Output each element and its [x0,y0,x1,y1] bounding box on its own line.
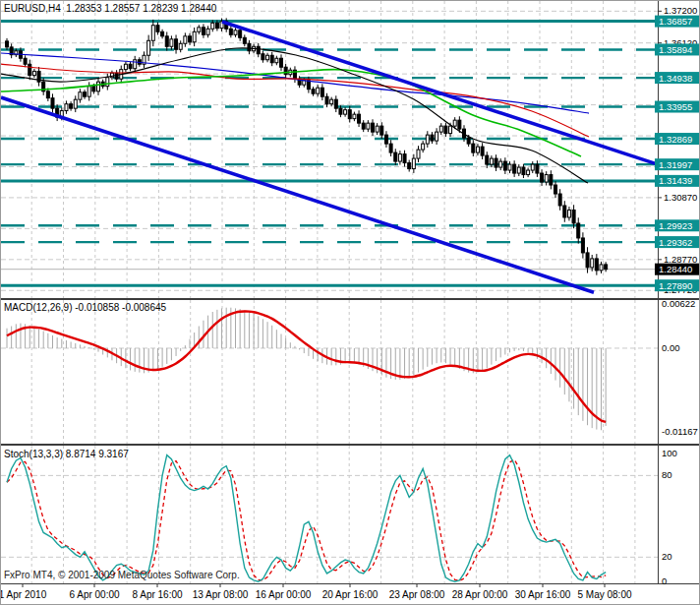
price-axis-label: 1.28770 [664,254,697,265]
ma-green [1,69,581,156]
price-badge-label: 1.28440 [659,264,692,274]
stoch-k-line [7,455,606,582]
price-badge-label: 1.27890 [659,280,692,291]
time-axis-label: 20 Apr 16:00 [322,589,379,600]
price-axis: 1.372001.361201.308701.287701.277201.368… [655,5,700,295]
time-axis-label: 5 May 08:00 [577,589,631,600]
stoch-scale-label: 0 [662,575,667,586]
macd-signal-line [7,311,606,421]
price-badge-label: 1.29362 [659,237,692,248]
time-axis-label: 13 Apr 08:00 [193,589,249,600]
stoch-indicator-label: Stoch(13,3,3) 8.8714 9.3167 [4,449,129,459]
mt4-chart-window: 1.372001.361201.308701.287701.277201.368… [0,0,700,605]
price-badge-label: 1.36857 [659,16,692,27]
macd-scale-label: 0.00622 [662,298,695,309]
price-badge-label: 1.29923 [659,220,692,231]
price-badge-label: 1.35894 [659,44,692,55]
price-badge-label: 1.34938 [659,73,692,84]
price-badge-label: 1.31439 [659,175,692,186]
macd-indicator-label: MACD(12,26,9) -0.010858 -0.008645 [4,302,166,313]
macd-scale-label: 0.00 [662,342,680,353]
main-horizontal-gridlines [1,11,658,290]
time-axis-label: 16 Apr 00:00 [256,589,312,600]
time-axis-label: 6 Apr 00:00 [69,589,119,600]
macd-scale-label: -0.01167 [662,426,698,437]
vertical-gridlines [31,1,635,583]
stoch-scale-label: 20 [662,551,672,562]
support-resistance-levels [1,22,658,286]
time-axis-label: 8 Apr 16:00 [132,589,182,600]
stoch-scale-label: 100 [662,448,677,458]
time-axis-label: 23 Apr 08:00 [389,589,445,600]
price-badge-label: 1.31997 [659,159,692,170]
time-axis-label: 1 Apr 2010 [0,589,46,600]
chart-title-ohlc: EURUSD,H4 1.28353 1.28557 1.28239 1.2844… [4,3,216,14]
trend-channel-line-lower[interactable] [1,97,594,292]
stochastic-panel [1,455,658,582]
price-badge-label: 1.33955 [659,101,692,112]
platform-copyright: FxPro MT4, © 2001-2009 MetaQuotes Softwa… [4,570,240,580]
time-axis-label: 30 Apr 16:00 [515,589,571,600]
time-axis-label: 28 Apr 00:00 [452,589,508,600]
panel-borders [1,1,700,587]
price-axis-label: 1.30870 [664,192,697,203]
stoch-d-line [7,459,606,580]
price-badge-label: 1.32869 [659,134,692,145]
stoch-scale-label: 80 [662,469,672,480]
price-axis-label: 1.37200 [664,5,697,16]
macd-panel [1,308,658,431]
